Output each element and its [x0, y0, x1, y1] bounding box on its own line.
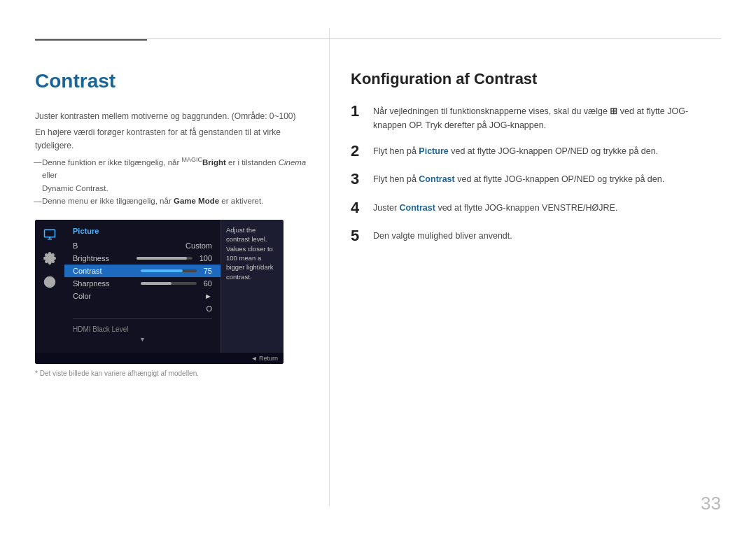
- monitor-mockup: Picture B Custom Brightness 100: [35, 220, 284, 364]
- monitor-icon-settings: [42, 252, 57, 265]
- sharpness-slider: [141, 282, 197, 285]
- menu-footer: HDMI Black Level: [64, 323, 220, 336]
- step-2-text: Flyt hen på Picture ved at flytte JOG-kn…: [373, 142, 658, 158]
- right-panel: Konfiguration af Contrast 1 Når vejledni…: [329, 28, 721, 506]
- return-button: ◄ Return: [251, 355, 278, 362]
- note-1: Denne funktion er ikke tilgængelig, når …: [35, 156, 308, 181]
- step-1-text: Når vejledningen til funktionsknapperne …: [373, 102, 721, 132]
- page-number: 33: [701, 493, 721, 514]
- menu-separator: [73, 318, 212, 319]
- step-2-number: 2: [351, 142, 365, 160]
- description-1: Juster kontrasten mellem motiverne og ba…: [35, 110, 308, 123]
- section-title: Konfiguration af Contrast: [351, 70, 721, 88]
- monitor-menu: Picture B Custom Brightness 100: [64, 220, 220, 353]
- monitor-icon-display: [42, 228, 57, 241]
- description-2: En højere værdi forøger kontrasten for a…: [35, 126, 308, 153]
- step-5-text: Den valgte mulighed bliver anvendt.: [373, 227, 512, 243]
- step-2: 2 Flyt hen på Picture ved at flytte JOG-…: [351, 142, 721, 160]
- step-4: 4 Juster Contrast ved at flytte JOG-knap…: [351, 199, 721, 217]
- step-3-text: Flyt hen på Contrast ved at flytte JOG-k…: [373, 170, 664, 186]
- step-4-number: 4: [351, 199, 365, 217]
- dynamic-contrast-note: Dynamic Contrast.: [35, 184, 308, 192]
- note-2: Denne menu er ikke tilgængelig, når Game…: [35, 195, 308, 207]
- menu-item-sharpness: Sharpness 60: [64, 277, 220, 290]
- menu-header: Picture: [64, 227, 220, 239]
- menu-item-contrast: Contrast 75: [64, 265, 220, 277]
- image-caption: * Det viste billede kan variere afhængig…: [35, 370, 308, 377]
- menu-item-color: Color ►: [64, 290, 220, 302]
- step-3-number: 3: [351, 170, 365, 188]
- monitor-tooltip: Adjust the contrast level. Values closer…: [220, 220, 284, 353]
- menu-item-brightness: Brightness 100: [64, 252, 220, 265]
- brightness-slider: [136, 257, 192, 260]
- step-5-number: 5: [351, 227, 365, 245]
- step-3: 3 Flyt hen på Contrast ved at flytte JOG…: [351, 170, 721, 188]
- step-1-number: 1: [351, 102, 365, 120]
- svg-rect-0: [45, 230, 55, 237]
- step-4-text: Juster Contrast ved at flytte JOG-knappe…: [373, 199, 617, 215]
- top-line: [35, 38, 721, 39]
- menu-arrow-down: ▼: [64, 336, 220, 346]
- step-1: 1 Når vejledningen til funktionsknappern…: [351, 102, 721, 132]
- menu-item-b: B Custom: [64, 239, 220, 252]
- monitor-icon-info: [42, 276, 57, 288]
- page-title: Contrast: [35, 70, 308, 92]
- contrast-slider: [141, 269, 197, 272]
- monitor-bottom-bar: ◄ Return: [35, 353, 284, 364]
- left-panel: Contrast Juster kontrasten mellem motive…: [35, 28, 329, 506]
- menu-item-extra: O: [64, 302, 220, 315]
- step-5: 5 Den valgte mulighed bliver anvendt.: [351, 227, 721, 245]
- monitor-sidebar: [35, 220, 64, 353]
- notes-section: Denne funktion er ikke tilgængelig, når …: [35, 156, 308, 208]
- steps-list: 1 Når vejledningen til funktionsknappern…: [351, 102, 721, 246]
- monitor-screen: Picture B Custom Brightness 100: [35, 220, 284, 353]
